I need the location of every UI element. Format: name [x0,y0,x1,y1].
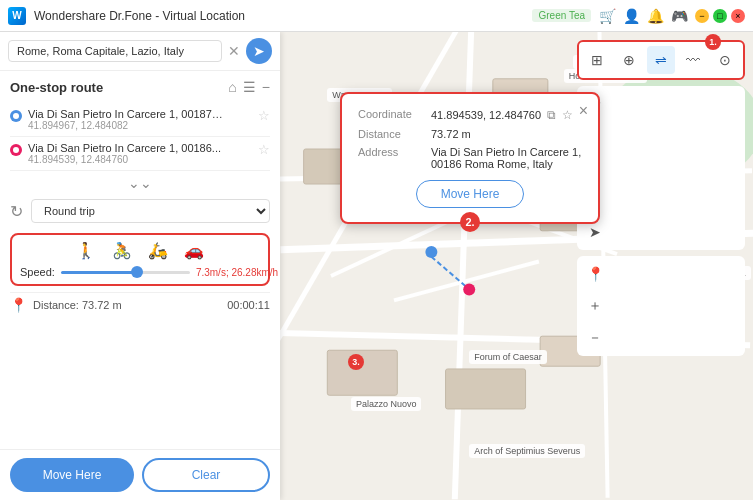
side-tools: ☆ ⬇ ⏱ 📱 ➤ [577,86,745,250]
transport-icons: 🚶 🚴 🛵 🚗 [20,241,260,260]
popup-coord-label: Coordinate [358,108,423,120]
info-popup: × Coordinate 41.894539, 12.484760 ⧉ ☆ Di… [340,92,600,224]
scooter-icon[interactable]: 🛵 [148,241,168,260]
route-item-2: Via Di San Pietro In Carcere 1, 00186...… [10,137,270,171]
popup-coord-value-row: 41.894539, 12.484760 ⧉ ☆ [431,108,573,122]
left-panel: ✕ ➤ One-stop route ⌂ ☰ − Via Di San Piet… [0,32,280,500]
right-toolbar: ⊞ ⊕ ⇌ 〰 ⊙ 1. ☆ ⬇ ⏱ 📱 ➤ [577,40,745,356]
app-title: Wondershare Dr.Fone - Virtual Location [34,9,524,23]
location-tool[interactable]: 📍 [581,260,609,288]
step-3-badge: 3. [348,354,364,370]
bell-icon[interactable]: 🔔 [647,8,663,24]
route-item-1-name: Via Di San Pietro In Carcere 1, 00187 Ro… [28,108,223,120]
popup-addr-value: Via Di San Pietro In Carcere 1, 00186 Ro… [431,146,582,170]
route-item-2-coords: 41.894539, 12.484760 [28,154,252,165]
speed-label: Speed: [20,266,55,278]
clear-button[interactable]: Clear [142,458,270,492]
search-go-button[interactable]: ➤ [246,38,272,64]
step-1-badge: 1. [705,34,721,50]
popup-distance-row: Distance 73.72 m [358,128,582,140]
user-icon[interactable]: 👤 [623,8,639,24]
svg-point-0 [13,113,19,119]
zoom-tools: 📍 ＋ － [577,256,745,356]
map-canvas: Hotel Trevi Palace Pace Helvetia Wax Mus… [280,32,753,500]
zoom-in-tool[interactable]: ＋ [581,292,609,320]
titlebar-icons: 🛒 👤 🔔 🎮 [599,8,687,24]
svg-point-21 [425,246,437,258]
stats-distance: Distance: 73.72 m [33,299,221,311]
popup-coordinate-row: Coordinate 41.894539, 12.484760 ⧉ ☆ [358,108,582,122]
close-button[interactable]: × [731,9,745,23]
popup-coord-value: 41.894539, 12.484760 [431,109,541,121]
move-here-button[interactable]: Move Here [10,458,134,492]
route-item-1-text: Via Di San Pietro In Carcere 1, 00187 Ro… [28,108,252,131]
stats-time: 00:00:11 [227,299,270,311]
map-area[interactable]: Hotel Trevi Palace Pace Helvetia Wax Mus… [280,32,753,500]
trip-repeat-icon: ↻ [10,202,23,221]
walk-icon[interactable]: 🚶 [76,241,96,260]
popup-address-row: Address Via Di San Pietro In Carcere 1, … [358,146,582,170]
map-label-forum: Forum of Caesar [469,350,547,364]
speed-slider[interactable] [61,271,190,274]
map-label-palazzo: Palazzo Nuovo [351,397,422,411]
trip-options: ↻ Round trip One-way Loop [10,195,270,227]
popup-move-here-button[interactable]: Move Here [416,180,525,208]
list-icon[interactable]: ☰ [243,79,256,95]
favorite-star-1[interactable]: ☆ [258,108,270,123]
minimize-route-icon[interactable]: − [262,79,270,95]
route-panel: One-stop route ⌂ ☰ − Via Di San Pietro I… [0,71,280,449]
star-icon[interactable]: ☆ [562,108,573,122]
speed-slider-row: Speed: 7.3m/s; 26.28km/h [20,266,260,278]
trip-type-select[interactable]: Round trip One-way Loop [31,199,270,223]
path-tool[interactable]: 〰 [679,46,707,74]
zoom-out-tool[interactable]: － [581,324,609,352]
route-item-1-coords: 41.894967, 12.484082 [28,120,252,131]
home-icon[interactable]: ⌂ [228,79,236,95]
map-label-arch: Arch of Septimius Severus [469,444,585,458]
route-header-icons: ⌂ ☰ − [228,79,270,95]
popup-addr-label: Address [358,146,423,158]
speed-value: 7.3m/s; 26.28km/h [196,267,278,278]
grid-tool[interactable]: ⊞ [583,46,611,74]
search-clear-icon[interactable]: ✕ [228,43,240,59]
popup-dist-value: 73.72 m [431,128,582,140]
app-logo: W [8,7,26,25]
search-input[interactable] [8,40,222,62]
route-dot-start [10,110,22,122]
route-header: One-stop route ⌂ ☰ − [10,79,270,95]
maximize-button[interactable]: □ [713,9,727,23]
bottom-stats: 📍 Distance: 73.72 m 00:00:11 [10,292,270,317]
popup-close-icon[interactable]: × [579,102,588,120]
green-tea-badge: Green Tea [532,9,591,22]
bike-icon[interactable]: 🚴 [112,241,132,260]
speed-section: 🚶 🚴 🛵 🚗 Speed: 7.3m/s; 26.28km/h [10,233,270,286]
settings-tool[interactable]: ⊙ [711,46,739,74]
route-dot-end [10,144,22,156]
popup-dist-label: Distance [358,128,423,140]
svg-point-1 [13,147,19,153]
search-bar: ✕ ➤ [0,32,280,71]
svg-rect-18 [446,369,526,409]
car-icon[interactable]: 🚗 [184,241,204,260]
favorite-star-2[interactable]: ☆ [258,142,270,157]
game-icon[interactable]: 🎮 [671,8,687,24]
distance-icon: 📍 [10,297,27,313]
cart-icon[interactable]: 🛒 [599,8,615,24]
nodes-tool[interactable]: ⊕ [615,46,643,74]
route-tool[interactable]: ⇌ [647,46,675,74]
minimize-button[interactable]: − [695,9,709,23]
main-container: ✕ ➤ One-stop route ⌂ ☰ − Via Di San Piet… [0,32,753,500]
route-item: Via Di San Pietro In Carcere 1, 00187 Ro… [10,103,270,137]
copy-icon[interactable]: ⧉ [547,108,556,122]
svg-point-22 [463,283,475,295]
expand-icon[interactable]: ⌄⌄ [10,171,270,195]
route-title: One-stop route [10,80,103,95]
route-item-2-name: Via Di San Pietro In Carcere 1, 00186... [28,142,223,154]
route-item-2-text: Via Di San Pietro In Carcere 1, 00186...… [28,142,252,165]
action-buttons: Move Here Clear [0,449,280,500]
titlebar: W Wondershare Dr.Fone - Virtual Location… [0,0,753,32]
step-2-badge: 2. [460,212,480,232]
